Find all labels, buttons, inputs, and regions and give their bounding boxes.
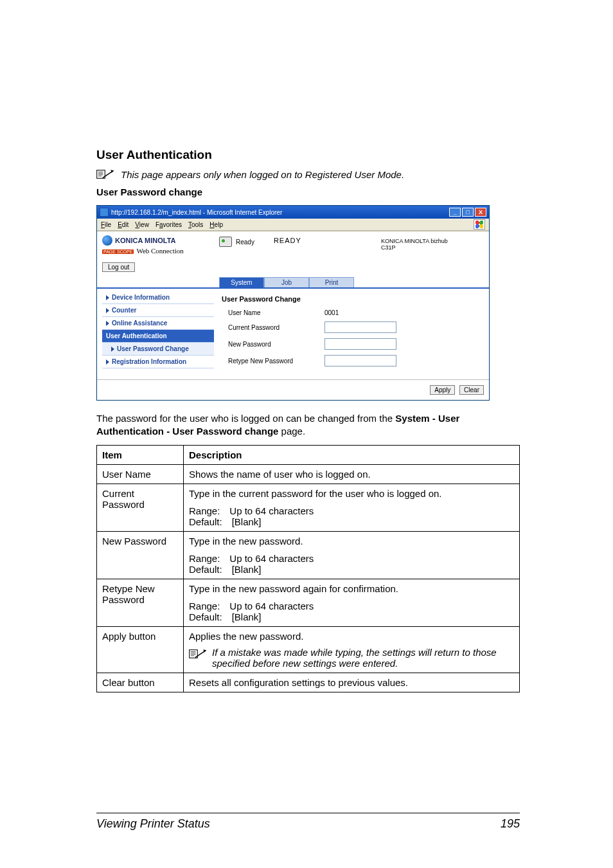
menu-favorites[interactable]: Favorites [155,221,182,228]
cell-desc: Resets all configuration settings to pre… [183,673,519,692]
table-row: New Password Type in the new password. R… [97,531,520,579]
desc-line: Default: [Blank] [189,516,514,527]
input-current-password[interactable] [324,321,396,333]
explanatory-paragraph: The password for the user who is logged … [96,412,520,439]
side-nav: Device Information Counter Online Assist… [102,291,214,373]
th-item: Item [97,445,184,464]
note-icon [189,648,207,660]
form-title: User Password Change [222,295,481,303]
table-row: User Name Shows the name of user who is … [97,464,520,484]
desc-line: Default: [Blank] [189,564,514,575]
device-model-line1: KONICA MINOLTA bizhub [381,238,484,244]
label-user-name: User Name [222,309,324,316]
nav-label: User Authentication [106,332,167,339]
page-number: 195 [501,817,520,831]
nav-label: Online Assistance [112,320,167,327]
form-area: User Password Change User Name 0001 Curr… [219,291,484,373]
input-new-password[interactable] [324,338,396,350]
window-minimize-icon[interactable]: _ [449,208,461,217]
desc-line: Type in the current password for the use… [189,488,514,499]
pagescope-line: PAGE SCOPE Web Connection [102,247,219,255]
chevron-right-icon [106,359,109,365]
tab-system[interactable]: System [219,277,264,287]
logout-button[interactable]: Log out [102,262,135,272]
desc-line: Type in the new password. [189,536,514,547]
nav-online-assistance[interactable]: Online Assistance [102,317,214,330]
value-user-name: 0001 [324,309,339,316]
nav-label: User Password Change [117,345,189,352]
label-current-password: Current Password [222,324,324,331]
menu-edit[interactable]: Edit [118,221,129,228]
mode-note: This page appears only when logged on to… [96,168,520,180]
tab-print[interactable]: Print [309,277,354,287]
ready-label-big: READY [274,237,301,244]
cell-desc: Shows the name of user who is logged on. [183,464,519,484]
menu-view[interactable]: View [135,221,149,228]
nav-user-password-change[interactable]: User Password Change [102,343,214,356]
table-row: Clear button Resets all configuration se… [97,673,520,692]
globe-icon [102,235,112,246]
nav-counter[interactable]: Counter [102,304,214,317]
desc-line: Range: Up to 64 characters [189,601,514,611]
section-title: User Authentication [96,148,520,162]
menu-tools[interactable]: Tools [188,221,203,228]
chevron-right-icon [106,321,109,326]
footer-title: Viewing Printer Status [96,817,210,831]
table-row: Current Password Type in the current pas… [97,484,520,531]
mode-note-text: This page appears only when logged on to… [121,169,404,180]
desc-line: Applies the new password. [189,631,514,642]
menu-file[interactable]: File [101,221,111,228]
cell-item: Current Password [97,484,184,531]
nav-user-authentication[interactable]: User Authentication [102,330,214,343]
cell-desc: Type in the new password. Range: Up to 6… [183,531,519,579]
desc-line: Type in the new password again for confi… [189,583,514,594]
desc-line: Default: [Blank] [189,611,514,622]
table-row: Apply button Applies the new password. [97,626,520,673]
clear-button[interactable]: Clear [459,385,484,395]
table-row: Retype New Password Type in the new pass… [97,579,520,626]
window-close-icon[interactable]: X [475,208,486,217]
brand-line: KONICA MINOLTA [102,235,219,246]
cell-item: Apply button [97,626,184,673]
cell-item: Clear button [97,673,184,692]
menu-help[interactable]: Help [209,221,223,228]
nav-device-information[interactable]: Device Information [102,291,214,304]
ready-label-small: Ready [236,239,254,246]
nav-label: Device Information [112,294,170,301]
nav-label: Registration Information [112,358,186,365]
description-table: Item Description User Name Shows the nam… [96,445,520,692]
apply-note-text: If a mistake was made while typing, the … [212,647,514,669]
desc-line: Shows the name of user who is logged on. [189,469,514,480]
para-pre: The password for the user who is logged … [96,413,395,424]
label-retype-new-password: Retype New Password [222,357,324,365]
nav-label: Counter [112,307,136,314]
desc-line: Range: Up to 64 characters [189,553,514,564]
desc-line: Range: Up to 64 characters [189,505,514,516]
cell-item: New Password [97,531,184,579]
tab-job[interactable]: Job [264,277,309,287]
pagescope-text: Web Connection [136,247,183,255]
cell-item: User Name [97,464,184,484]
printer-status-icon [219,237,232,247]
cell-item: Retype New Password [97,579,184,626]
label-new-password: New Password [222,341,324,348]
nav-registration-information[interactable]: Registration Information [102,356,214,368]
chevron-right-icon [106,295,109,300]
note-icon [96,168,114,180]
apply-button[interactable]: Apply [430,385,455,395]
window-maximize-icon[interactable]: □ [462,208,474,217]
window-titlebar: http://192.168.1.2/m_index.html - Micros… [97,206,489,219]
pagescope-badge: PAGE SCOPE [102,249,134,254]
input-retype-new-password[interactable] [324,355,396,366]
chevron-right-icon [106,308,109,313]
para-post: page. [278,426,305,437]
screenshot-window: http://192.168.1.2/m_index.html - Micros… [96,205,490,401]
brand-text: KONICA MINOLTA [115,237,176,244]
tab-bar: System Job Print [219,277,489,287]
windows-flag-icon [474,219,485,230]
cell-desc: Applies the new password. [183,626,519,673]
sub-heading: User Password change [96,186,520,197]
device-model-line2: C31P [381,244,484,251]
ie-icon [100,208,109,217]
cell-desc: Type in the current password for the use… [183,484,519,531]
